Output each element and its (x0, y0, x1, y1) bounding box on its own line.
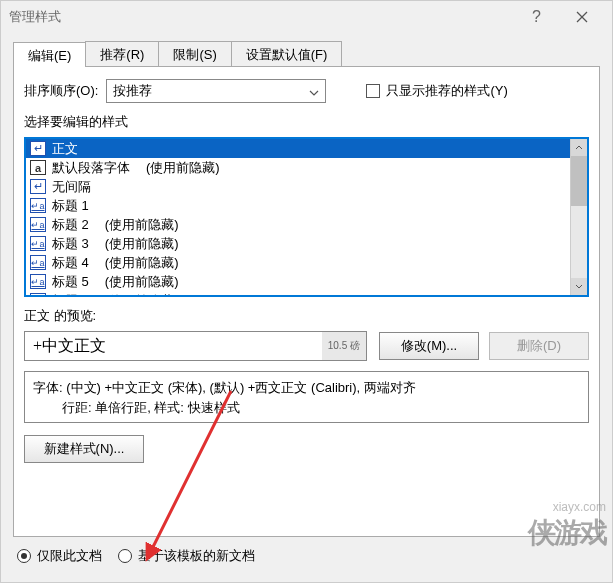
style-name: 标题 1 (52, 197, 89, 215)
style-name: 标题 6 (52, 292, 89, 296)
scroll-thumb[interactable] (571, 156, 587, 206)
delete-button: 删除(D) (489, 332, 589, 360)
window-title: 管理样式 (9, 8, 514, 26)
list-item[interactable]: ↵无间隔 (26, 177, 570, 196)
style-name: 正文 (52, 140, 78, 158)
style-name: 标题 4 (52, 254, 89, 272)
chevron-down-icon (309, 84, 319, 99)
font-style-icon: a (30, 160, 46, 175)
list-item[interactable]: ↵a标题 1 (26, 196, 570, 215)
tab-bar: 编辑(E) 推荐(R) 限制(S) 设置默认值(F) (13, 41, 600, 67)
style-name: 标题 3 (52, 235, 89, 253)
paragraph-style-icon: ↵ (30, 179, 46, 194)
manage-styles-dialog: 管理样式 ? 编辑(E) 推荐(R) 限制(S) 设置默认值(F) 排序顺序(O… (0, 0, 613, 583)
hidden-note: (使用前隐藏) (105, 254, 179, 272)
linked-style-icon: ↵a (30, 198, 46, 213)
preview-fontsize: 10.5 磅 (322, 332, 366, 360)
tab-recommend[interactable]: 推荐(R) (85, 41, 159, 66)
styles-listbox[interactable]: ↵正文a默认段落字体(使用前隐藏)↵无间隔↵a标题 1↵a标题 2(使用前隐藏)… (24, 137, 589, 297)
show-recommended-label: 只显示推荐的样式(Y) (386, 82, 507, 100)
content-area: 编辑(E) 推荐(R) 限制(S) 设置默认值(F) 排序顺序(O): 按推荐 … (1, 33, 612, 583)
linked-style-icon: ↵a (30, 217, 46, 232)
chevron-up-icon (575, 145, 583, 150)
style-name: 默认段落字体 (52, 159, 130, 177)
preview-box: +中文正文 10.5 磅 (24, 331, 367, 361)
linked-style-icon: ↵a (30, 293, 46, 295)
hidden-note: (使用前隐藏) (105, 292, 179, 296)
sort-select[interactable]: 按推荐 (106, 79, 326, 103)
linked-style-icon: ↵a (30, 255, 46, 270)
list-item[interactable]: ↵正文 (26, 139, 570, 158)
list-item[interactable]: ↵a标题 2(使用前隐藏) (26, 215, 570, 234)
help-button[interactable]: ? (514, 1, 559, 33)
tab-edit[interactable]: 编辑(E) (13, 42, 86, 67)
scroll-track[interactable] (571, 156, 587, 278)
new-style-button[interactable]: 新建样式(N)... (24, 435, 144, 463)
preview-text: +中文正文 (25, 336, 322, 357)
modify-button[interactable]: 修改(M)... (379, 332, 479, 360)
hidden-note: (使用前隐藏) (105, 216, 179, 234)
scroll-up-button[interactable] (571, 139, 587, 156)
list-item[interactable]: a默认段落字体(使用前隐藏) (26, 158, 570, 177)
scroll-down-button[interactable] (571, 278, 587, 295)
edit-panel: 排序顺序(O): 按推荐 只显示推荐的样式(Y) 选择要编辑的样式 ↵正文a默认… (13, 67, 600, 537)
hidden-note: (使用前隐藏) (146, 159, 220, 177)
list-item[interactable]: ↵a标题 4(使用前隐藏) (26, 253, 570, 272)
list-item[interactable]: ↵a标题 5(使用前隐藏) (26, 272, 570, 291)
linked-style-icon: ↵a (30, 274, 46, 289)
show-recommended-checkbox[interactable] (366, 84, 380, 98)
tab-defaults[interactable]: 设置默认值(F) (231, 41, 343, 66)
style-name: 无间隔 (52, 178, 91, 196)
paragraph-style-icon: ↵ (30, 141, 46, 156)
radio-this-doc[interactable] (17, 549, 31, 563)
select-style-label: 选择要编辑的样式 (24, 113, 581, 131)
linked-style-icon: ↵a (30, 236, 46, 251)
chevron-down-icon (575, 284, 583, 289)
hidden-note: (使用前隐藏) (105, 235, 179, 253)
list-item[interactable]: ↵a标题 3(使用前隐藏) (26, 234, 570, 253)
style-description: 字体: (中文) +中文正文 (宋体), (默认) +西文正文 (Calibri… (24, 371, 589, 423)
titlebar: 管理样式 ? (1, 1, 612, 33)
tab-restrict[interactable]: 限制(S) (158, 41, 231, 66)
scrollbar[interactable] (570, 139, 587, 295)
sort-label: 排序顺序(O): (24, 82, 98, 100)
preview-label: 正文 的预览: (24, 307, 589, 325)
style-name: 标题 5 (52, 273, 89, 291)
hidden-note: (使用前隐藏) (105, 273, 179, 291)
radio-template-label: 基于该模板的新文档 (138, 547, 255, 565)
close-icon (576, 11, 588, 23)
style-name: 标题 2 (52, 216, 89, 234)
radio-this-doc-label: 仅限此文档 (37, 547, 102, 565)
list-item[interactable]: ↵a标题 6(使用前隐藏) (26, 291, 570, 295)
close-button[interactable] (559, 1, 604, 33)
sort-value: 按推荐 (113, 82, 152, 100)
radio-template[interactable] (118, 549, 132, 563)
